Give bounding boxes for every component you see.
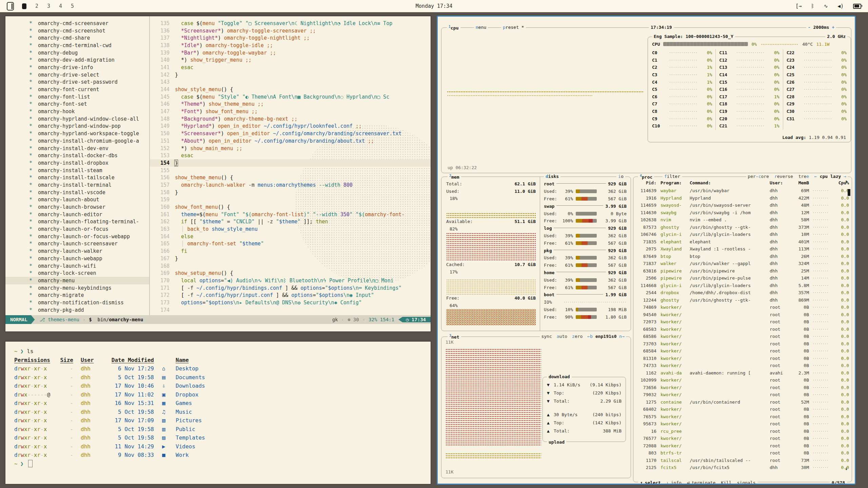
disks-title[interactable]: disks (544, 174, 560, 179)
btop-window[interactable]: 1cpu menu preset * 17:34:19 - 2000ms + u… (437, 16, 856, 485)
net-option[interactable]: ←b enp191s0 n→ (587, 334, 625, 339)
process-row[interactable]: 12244ghostty/usr/bin/ghostty --gtk-dhh86… (637, 297, 848, 304)
process-row[interactable]: 114639waybar/usr/bin/waybardhh69M0.0 (637, 187, 848, 195)
process-row[interactable]: 76575kworker/root0B0.0 (637, 413, 848, 421)
file-item[interactable]: *omarchy-cmd-screensaver (5, 20, 149, 27)
file-item[interactable]: *omarchy-launch-wifi (5, 262, 149, 270)
file-item[interactable]: *omarchy-pkg-add (5, 306, 149, 314)
proc-option[interactable]: ← cpu lazy → (814, 174, 846, 179)
file-item[interactable]: *omarchy-lock-screen (5, 269, 149, 277)
tab-mem[interactable]: 2mem (448, 174, 461, 180)
file-name[interactable]: Videos (176, 443, 422, 450)
process-row[interactable]: 1916HyprlandHyprlanddhh422M0.0 (637, 195, 848, 202)
file-item[interactable]: *omarchy-font-set (5, 101, 149, 108)
process-row[interactable]: 87649btopbtopdhh26M0.0 (637, 253, 848, 260)
file-item[interactable]: *omarchy-cmd-screenshot (5, 27, 149, 35)
process-row[interactable]: 102638nvimnvim --embed .dhh58M0.0 (637, 216, 848, 224)
process-row[interactable]: 68584kworker/root0B0.0 (637, 347, 848, 355)
tab-menu[interactable]: menu (474, 25, 488, 30)
process-row[interactable]: 72073kworker/root0B0.0 (637, 318, 848, 326)
tab-net[interactable]: 3net (448, 334, 461, 340)
process-row[interactable]: 94540kworker/root0B0.0 (637, 311, 848, 319)
proc-hint[interactable]: ↑select (640, 480, 661, 485)
tab-preset[interactable]: preset * (501, 25, 526, 30)
proc-hint[interactable]: ↓info (666, 480, 682, 485)
code-pane[interactable]: 135 case $(menu "Toggle" "▢ Screensaver\… (150, 16, 431, 315)
proc-option[interactable]: tree (798, 174, 809, 179)
proc-option[interactable]: per-core (748, 174, 769, 179)
file-item[interactable]: *omarchy-launch-browser (5, 203, 149, 211)
file-item[interactable]: *omarchy-menu-keybindings (5, 284, 149, 292)
file-item[interactable]: *omarchy-install-tailscale (5, 174, 149, 181)
file-item[interactable]: *omarchy-launch-walker (5, 247, 149, 255)
logout-icon[interactable]: [→ (795, 3, 802, 9)
net-option[interactable]: zero (572, 334, 583, 339)
file-item[interactable]: *omarchy-launch-screensaver (5, 240, 149, 248)
file-name[interactable]: Dropbox (176, 391, 422, 398)
process-row[interactable]: 71835elephantelephantdhh401M0.0 (637, 238, 848, 246)
process-row[interactable]: 72088kworker/root0B0.0 (637, 442, 848, 450)
file-item[interactable]: *omarchy-launch-webapp (5, 255, 149, 262)
file-item[interactable]: *omarchy-drive-info (5, 64, 149, 71)
file-item[interactable]: *omarchy-launch-about (5, 196, 149, 204)
file-item[interactable]: *omarchy-launch-or-focus (5, 225, 149, 233)
net-option[interactable]: sync (541, 334, 552, 339)
file-item[interactable]: *omarchy-install-vscode (5, 189, 149, 196)
file-item[interactable]: *omarchy-hyprland-workspace-toggle (5, 130, 149, 137)
process-row[interactable]: 79032kworker/root0B0.0 (637, 391, 848, 399)
file-item[interactable]: *omarchy-font-list (5, 93, 149, 101)
file-item[interactable]: *omarchy-cmd-terminal-cwd (5, 42, 149, 49)
process-row[interactable]: 95673kworker/root0B0.0 (637, 420, 848, 428)
file-item[interactable]: *omarchy-dev-add-migration (5, 56, 149, 64)
process-row[interactable]: 114630swaybg/usr/bin/swaybg -i /homdhh12… (637, 209, 848, 217)
file-item[interactable]: *omarchy-drive-select (5, 71, 149, 79)
process-row[interactable]: 114668glycin-i/usr/lib/glycin-loadersdhh… (637, 282, 848, 289)
file-name[interactable]: Music (176, 409, 422, 415)
file-item[interactable]: *omarchy-install-dropbox (5, 159, 149, 167)
disks-io-toggle[interactable]: io (616, 174, 625, 179)
file-item[interactable]: *omarchy-launch-or-focus-webapp (5, 233, 149, 240)
proc-scrollbar[interactable] (848, 189, 850, 196)
process-row[interactable]: 73703kworker/root0B0.0 (637, 340, 848, 348)
proc-hint[interactable]: ⏎terminate (687, 480, 715, 485)
process-row[interactable]: 2506pipewire/usr/bin/pipewire-pulsedhh14… (637, 274, 848, 282)
sort-arrow[interactable]: ↑ (845, 179, 848, 184)
process-row[interactable]: 1170tailscal/usr/sbin/tailscaled --root7… (637, 457, 848, 464)
file-item[interactable]: *omarchy-migrate (5, 291, 149, 299)
process-row[interactable]: 68586kworker/root0B0.0 (637, 333, 848, 340)
battery-icon[interactable] (853, 4, 861, 9)
file-name[interactable]: Work (176, 452, 422, 458)
file-item[interactable]: *omarchy-drive-set-password (5, 79, 149, 86)
file-item[interactable]: *omarchy-launch-editor (5, 211, 149, 218)
process-row[interactable]: 73656kworker/root0B0.0 (637, 384, 848, 391)
file-name[interactable]: Games (176, 400, 422, 406)
wifi-icon[interactable]: ∿ (824, 3, 828, 9)
file-name[interactable]: Pictures (176, 417, 422, 424)
proc-hint[interactable]: Kill (721, 480, 731, 485)
process-row[interactable]: 76577kworker/root0B0.0 (637, 435, 848, 442)
file-item[interactable]: *omarchy-launch-floating-terminal- (5, 218, 149, 226)
file-name[interactable]: Documents (176, 374, 422, 381)
proc-hint[interactable]: signals (737, 480, 756, 485)
file-item[interactable]: *omarchy-install-chromium-google-a (5, 137, 149, 145)
refresh-interval[interactable]: - 2000ms + (806, 25, 836, 30)
net-option[interactable]: auto (557, 334, 567, 339)
file-item[interactable]: *omarchy-hyprland-window-pop (5, 123, 149, 130)
process-row[interactable]: 2544dropbox/home/dhh/.dropbox-distdhh357… (637, 289, 848, 297)
process-row[interactable]: 71837walker/usr/bin/walker --gappldhh324… (637, 260, 848, 267)
process-row[interactable]: 2125fcitx5/usr/bin/fcitx5dhh30M0.0 (637, 464, 848, 471)
file-item[interactable]: *omarchy-install-dev-env (5, 145, 149, 152)
process-row[interactable]: 81310kworker/root0B0.0 (637, 355, 848, 362)
file-item[interactable]: *omarchy-notification-dismiss (5, 299, 149, 306)
file-item[interactable]: *omarchy-hyprland-window-close-all (5, 115, 149, 123)
bluetooth-icon[interactable]: ᛒ (811, 3, 814, 9)
process-row[interactable]: 803btrfs-trroot0B0.0 (637, 449, 848, 457)
process-row[interactable]: 102099kworker/root0B0.0 (637, 377, 848, 384)
process-row[interactable]: 87573ghostty/usr/bin/ghostty --gtk-dhh37… (637, 224, 848, 231)
process-row[interactable]: 1162avahi-daavahi-daemon: running [avahi… (637, 369, 848, 377)
tab-cpu[interactable]: 1cpu (447, 25, 460, 30)
file-item[interactable]: *omarchy-install-docker-dbs (5, 152, 149, 159)
proc-option[interactable]: reverse (774, 174, 793, 179)
editor-window[interactable]: *omarchy-cmd-screensaver*omarchy-cmd-scr… (5, 16, 431, 332)
file-item[interactable]: *omarchy-hook (5, 108, 149, 115)
